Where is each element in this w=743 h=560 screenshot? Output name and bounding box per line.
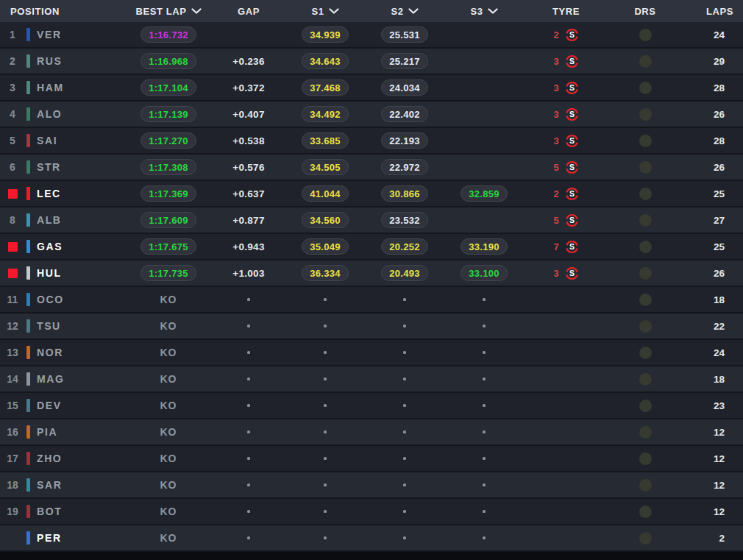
column-header-s2[interactable]: S2 xyxy=(365,0,444,22)
knocked-out-label: KO xyxy=(160,479,177,491)
empty-value-dot xyxy=(403,430,406,433)
team-color-bar xyxy=(26,266,30,280)
position-number: 2 xyxy=(10,55,15,67)
empty-value-dot xyxy=(247,536,250,539)
driver-row[interactable]: 8 ALB 1:17.609 +0.877 34.560 23.532 5 xyxy=(0,208,743,234)
best-lap-value: 1:16.968 xyxy=(141,53,196,69)
column-label: GAP xyxy=(238,6,260,17)
drs-cell xyxy=(608,472,682,497)
tyre-stint-count: 5 xyxy=(553,162,558,173)
gap-cell xyxy=(212,419,285,444)
column-header-best-lap[interactable]: BEST LAP xyxy=(125,0,212,22)
s2-value: 25.531 xyxy=(381,26,428,43)
driver-row[interactable]: PER KO 2 xyxy=(0,525,743,552)
best-lap-value: 1:17.369 xyxy=(141,185,196,202)
position-cell: 15 DEV xyxy=(0,393,125,418)
gap-value: +0.407 xyxy=(232,109,264,120)
driver-code: NOR xyxy=(37,347,63,358)
driver-row[interactable]: 2 RUS 1:16.968 +0.236 34.643 25.217 3 xyxy=(0,49,743,75)
driver-row[interactable]: 12 TSU KO xyxy=(0,313,743,340)
drs-cell xyxy=(608,260,682,286)
drs-indicator-icon xyxy=(639,294,652,306)
laps-cell: 26 xyxy=(682,102,743,127)
s1-cell xyxy=(285,340,365,365)
gap-value: +0.236 xyxy=(232,56,264,67)
driver-row[interactable]: 3 HAM 1:17.104 +0.372 37.468 24.034 3 xyxy=(0,75,743,102)
best-lap-cell: KO xyxy=(125,499,212,524)
drs-cell xyxy=(608,499,682,524)
s2-cell: 22.193 xyxy=(365,128,444,153)
tyre-stint-count: 5 xyxy=(553,215,558,226)
driver-row[interactable]: 5 SAI 1:17.270 +0.538 33.685 22.193 3 xyxy=(0,128,743,155)
s1-cell: 34.939 xyxy=(285,22,365,47)
team-color-bar xyxy=(26,346,30,359)
empty-value-dot xyxy=(483,536,486,539)
drs-cell xyxy=(608,313,682,339)
best-lap-value: 1:17.104 xyxy=(141,79,196,96)
empty-value-dot xyxy=(324,483,327,486)
driver-row[interactable]: LEC 1:17.369 +0.637 41.044 30.866 32.859… xyxy=(0,181,743,208)
svg-text:S: S xyxy=(569,83,575,92)
in-pit-indicator xyxy=(8,242,18,252)
driver-row[interactable]: 11 OCO KO xyxy=(0,287,743,313)
tyre-stint-count: 3 xyxy=(553,135,558,146)
chevron-down-icon xyxy=(488,8,498,14)
tyre-cell: 2 S xyxy=(524,181,608,206)
laps-cell: 24 xyxy=(682,340,743,365)
driver-row[interactable]: 1 VER 1:16.732 34.939 25.531 2 xyxy=(0,22,743,49)
s2-value: 22.193 xyxy=(381,132,428,149)
position-cell: 13 NOR xyxy=(0,340,125,365)
driver-row[interactable]: 6 STR 1:17.308 +0.576 34.505 22.972 5 xyxy=(0,155,743,181)
knocked-out-label: KO xyxy=(160,426,177,438)
drs-cell xyxy=(608,75,682,100)
drs-indicator-icon xyxy=(639,347,652,359)
s3-cell xyxy=(444,446,524,471)
s2-value: 20.493 xyxy=(381,265,428,281)
column-header-s1[interactable]: S1 xyxy=(285,0,365,22)
driver-row[interactable]: HUL 1:17.735 +1.003 36.334 20.493 33.100… xyxy=(0,260,743,287)
driver-row[interactable]: 19 BOT KO xyxy=(0,499,743,525)
knocked-out-label: KO xyxy=(160,506,177,517)
gap-cell xyxy=(212,366,285,391)
drs-indicator-icon xyxy=(639,267,652,280)
column-header-drs: DRS xyxy=(608,0,682,22)
position-cell: GAS xyxy=(0,234,125,259)
s2-value: 30.866 xyxy=(381,185,428,202)
s3-cell xyxy=(444,313,524,339)
best-lap-cell: 1:17.270 xyxy=(125,128,212,153)
driver-row[interactable]: GAS 1:17.675 +0.943 35.049 20.252 33.190… xyxy=(0,234,743,260)
laps-count: 28 xyxy=(714,82,725,93)
laps-count: 2 xyxy=(719,533,725,544)
s2-value: 22.402 xyxy=(381,106,428,122)
empty-value-dot xyxy=(324,378,327,380)
s1-cell xyxy=(285,419,365,444)
s2-value: 20.252 xyxy=(381,238,428,255)
s2-cell: 24.034 xyxy=(365,75,444,100)
drs-indicator-icon xyxy=(639,479,652,492)
team-color-bar xyxy=(26,134,30,147)
svg-text:S: S xyxy=(569,189,575,198)
driver-row[interactable]: 14 MAG KO xyxy=(0,366,743,393)
driver-row[interactable]: 18 SAR KO xyxy=(0,472,743,499)
empty-value-dot xyxy=(247,430,250,433)
driver-code: GAS xyxy=(37,241,63,252)
soft-tyre-icon: S xyxy=(565,240,579,254)
column-header-s3[interactable]: S3 xyxy=(444,0,524,22)
soft-tyre-icon: S xyxy=(565,107,579,121)
s1-cell xyxy=(285,472,365,497)
team-color-bar xyxy=(26,399,30,412)
best-lap-value: 1:16.732 xyxy=(141,26,196,43)
position-cell: 1 VER xyxy=(0,22,125,47)
drs-indicator-icon xyxy=(639,135,652,147)
laps-cell: 18 xyxy=(682,366,743,391)
driver-row[interactable]: 4 ALO 1:17.139 +0.407 34.492 22.402 3 xyxy=(0,102,743,128)
s1-value: 41.044 xyxy=(302,185,349,202)
laps-count: 29 xyxy=(714,56,725,67)
driver-row[interactable]: 15 DEV KO xyxy=(0,393,743,419)
driver-row[interactable]: 17 ZHO KO xyxy=(0,446,743,472)
driver-row[interactable]: 16 PIA KO xyxy=(0,419,743,446)
s1-value: 35.049 xyxy=(302,238,349,255)
s2-cell: 30.866 xyxy=(365,181,444,206)
best-lap-cell: KO xyxy=(125,340,212,365)
driver-row[interactable]: 13 NOR KO xyxy=(0,340,743,366)
